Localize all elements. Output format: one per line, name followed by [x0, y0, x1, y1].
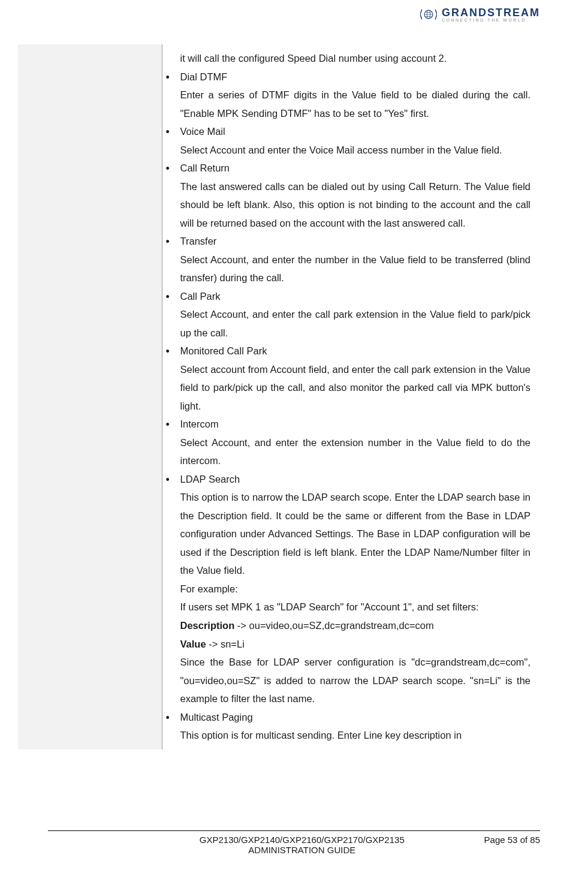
item-description: Select Account, and enter the number in …: [180, 251, 531, 287]
brand-text: GRANDSTREAM CONNECTING THE WORLD: [442, 7, 540, 22]
item-description: Select account from Account field, and e…: [180, 360, 531, 416]
list-item: Voice Mail Select Account and enter the …: [180, 122, 531, 159]
ldap-value-line: Value -> sn=Li: [180, 635, 531, 654]
page-number: Page 53 of 85: [484, 835, 540, 855]
list-item: Transfer Select Account, and enter the n…: [180, 232, 531, 287]
table-right-column: it will call the configured Speed Dial n…: [162, 44, 536, 749]
item-description: Enter a series of DTMF digits in the Val…: [180, 86, 531, 122]
intro-paragraph: it will call the configured Speed Dial n…: [180, 49, 531, 68]
globe-brackets-icon: [420, 6, 437, 23]
ldap-explanation: Since the Base for LDAP server configura…: [180, 653, 531, 708]
list-item: LDAP Search This option is to narrow the…: [180, 470, 531, 708]
footer-product-line: GXP2130/GXP2140/GXP2160/GXP2170/GXP2135: [120, 835, 484, 845]
item-description: The last answered calls can be dialed ou…: [180, 177, 531, 233]
value-text: -> sn=Li: [206, 639, 245, 649]
item-description: Select Account and enter the Voice Mail …: [180, 141, 531, 159]
item-title: Monitored Call Park: [180, 342, 531, 360]
description-label: Description: [180, 620, 235, 631]
item-title: Call Return: [180, 159, 531, 177]
brand-header: GRANDSTREAM CONNECTING THE WORLD: [420, 6, 540, 23]
ldap-description-line: Description -> ou=video,ou=SZ,dc=grandst…: [180, 616, 531, 635]
brand-tagline: CONNECTING THE WORLD: [442, 18, 540, 22]
item-title: LDAP Search: [180, 470, 531, 489]
footer-guide-label: ADMINISTRATION GUIDE: [120, 845, 484, 855]
feature-list: Dial DTMF Enter a series of DTMF digits …: [180, 68, 531, 745]
list-item: Dial DTMF Enter a series of DTMF digits …: [180, 68, 531, 123]
ldap-paragraph-1: This option is to narrow the LDAP search…: [180, 488, 531, 580]
item-title: Dial DTMF: [180, 68, 531, 86]
description-value: -> ou=video,ou=SZ,dc=grandstream,dc=com: [234, 620, 433, 631]
brand-name: GRANDSTREAM: [442, 7, 540, 18]
list-item: Multicast Paging This option is for mult…: [180, 708, 531, 745]
list-item: Monitored Call Park Select account from …: [180, 342, 531, 415]
item-title: Voice Mail: [180, 122, 531, 141]
content-table: it will call the configured Speed Dial n…: [18, 44, 536, 749]
item-title: Transfer: [180, 232, 531, 251]
item-description: Select Account, and enter the extension …: [180, 434, 531, 470]
ldap-example-setup: If users set MPK 1 as "LDAP Search" for …: [180, 598, 531, 616]
item-description: This option is for multicast sending. En…: [180, 726, 531, 745]
list-item: Call Return The last answered calls can …: [180, 159, 531, 232]
table-left-column: [18, 44, 162, 749]
item-title: Intercom: [180, 415, 531, 434]
list-item: Intercom Select Account, and enter the e…: [180, 415, 531, 470]
page-footer: GXP2130/GXP2140/GXP2160/GXP2170/GXP2135 …: [48, 830, 540, 855]
footer-title-block: GXP2130/GXP2140/GXP2160/GXP2170/GXP2135 …: [48, 835, 484, 855]
value-label: Value: [180, 639, 206, 649]
ldap-example-label: For example:: [180, 580, 531, 598]
item-title: Call Park: [180, 287, 531, 306]
item-title: Multicast Paging: [180, 708, 531, 727]
item-description: Select Account, and enter the call park …: [180, 305, 531, 342]
list-item: Call Park Select Account, and enter the …: [180, 287, 531, 342]
